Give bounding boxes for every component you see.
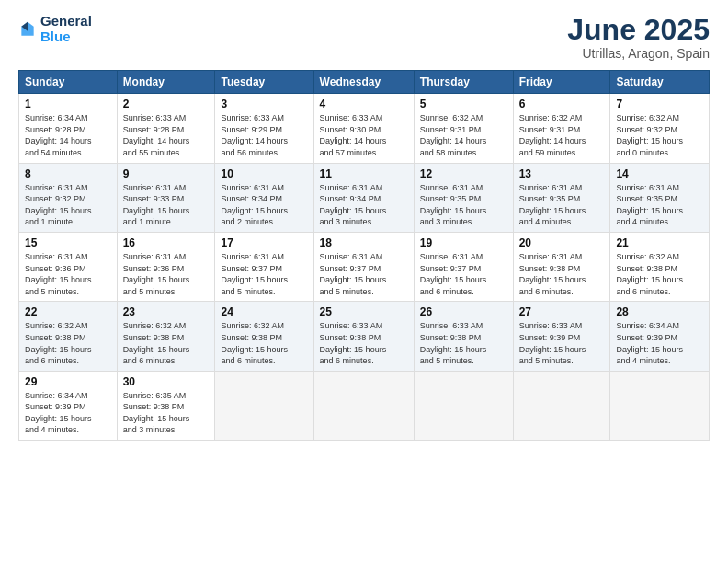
day-number: 30 xyxy=(123,375,210,388)
day-info: Sunrise: 6:34 AM Sunset: 9:28 PM Dayligh… xyxy=(25,112,111,158)
day-number: 15 xyxy=(25,236,111,249)
table-row: 18Sunrise: 6:31 AM Sunset: 9:37 PM Dayli… xyxy=(313,232,414,301)
day-info: Sunrise: 6:31 AM Sunset: 9:37 PM Dayligh… xyxy=(221,251,307,297)
day-number: 1 xyxy=(25,98,111,110)
logo-icon xyxy=(18,20,37,39)
day-number: 3 xyxy=(221,98,307,110)
table-row: 7Sunrise: 6:32 AM Sunset: 9:32 PM Daylig… xyxy=(610,94,710,163)
day-number: 20 xyxy=(519,236,605,249)
day-number: 12 xyxy=(420,167,507,180)
table-row: 3Sunrise: 6:33 AM Sunset: 9:29 PM Daylig… xyxy=(215,94,313,163)
table-row: 12Sunrise: 6:31 AM Sunset: 9:35 PM Dayli… xyxy=(414,163,513,232)
table-row xyxy=(610,371,710,440)
day-info: Sunrise: 6:31 AM Sunset: 9:36 PM Dayligh… xyxy=(123,251,210,297)
table-row: 25Sunrise: 6:33 AM Sunset: 9:38 PM Dayli… xyxy=(313,302,414,371)
day-info: Sunrise: 6:32 AM Sunset: 9:31 PM Dayligh… xyxy=(519,112,605,158)
table-row: 16Sunrise: 6:31 AM Sunset: 9:36 PM Dayli… xyxy=(117,232,215,301)
table-row: 28Sunrise: 6:34 AM Sunset: 9:39 PM Dayli… xyxy=(610,302,710,371)
day-number: 9 xyxy=(123,167,210,180)
day-number: 21 xyxy=(616,236,703,249)
day-number: 14 xyxy=(616,167,703,180)
day-info: Sunrise: 6:34 AM Sunset: 9:39 PM Dayligh… xyxy=(616,320,703,366)
calendar-week-2: 8Sunrise: 6:31 AM Sunset: 9:32 PM Daylig… xyxy=(19,163,710,232)
day-number: 5 xyxy=(420,98,507,110)
table-row: 20Sunrise: 6:31 AM Sunset: 9:38 PM Dayli… xyxy=(513,232,610,301)
page: General Blue June 2025 Utrillas, Aragon,… xyxy=(0,0,728,563)
table-row: 1Sunrise: 6:34 AM Sunset: 9:28 PM Daylig… xyxy=(19,94,118,163)
table-row: 11Sunrise: 6:31 AM Sunset: 9:34 PM Dayli… xyxy=(313,163,414,232)
calendar-table: Sunday Monday Tuesday Wednesday Thursday… xyxy=(18,70,710,441)
day-number: 6 xyxy=(519,98,605,110)
table-row: 14Sunrise: 6:31 AM Sunset: 9:35 PM Dayli… xyxy=(610,163,710,232)
day-info: Sunrise: 6:32 AM Sunset: 9:32 PM Dayligh… xyxy=(616,112,703,158)
day-number: 25 xyxy=(320,305,408,318)
day-info: Sunrise: 6:33 AM Sunset: 9:38 PM Dayligh… xyxy=(320,320,408,366)
day-info: Sunrise: 6:31 AM Sunset: 9:35 PM Dayligh… xyxy=(420,182,507,228)
logo: General Blue xyxy=(18,14,92,44)
calendar-week-5: 29Sunrise: 6:34 AM Sunset: 9:39 PM Dayli… xyxy=(19,371,710,440)
calendar-header-row: Sunday Monday Tuesday Wednesday Thursday… xyxy=(19,71,710,94)
day-info: Sunrise: 6:34 AM Sunset: 9:39 PM Dayligh… xyxy=(25,390,111,436)
table-row: 29Sunrise: 6:34 AM Sunset: 9:39 PM Dayli… xyxy=(19,371,118,440)
day-number: 28 xyxy=(616,305,703,318)
table-row: 21Sunrise: 6:32 AM Sunset: 9:38 PM Dayli… xyxy=(610,232,710,301)
header-sunday: Sunday xyxy=(19,71,118,94)
table-row xyxy=(313,371,414,440)
day-number: 11 xyxy=(320,167,408,180)
day-number: 4 xyxy=(320,98,408,110)
day-number: 13 xyxy=(519,167,605,180)
title-area: June 2025 Utrillas, Aragon, Spain xyxy=(567,14,710,61)
table-row: 17Sunrise: 6:31 AM Sunset: 9:37 PM Dayli… xyxy=(215,232,313,301)
calendar-subtitle: Utrillas, Aragon, Spain xyxy=(567,46,710,61)
table-row: 8Sunrise: 6:31 AM Sunset: 9:32 PM Daylig… xyxy=(19,163,118,232)
day-info: Sunrise: 6:31 AM Sunset: 9:34 PM Dayligh… xyxy=(221,182,307,228)
day-info: Sunrise: 6:31 AM Sunset: 9:37 PM Dayligh… xyxy=(420,251,507,297)
table-row xyxy=(513,371,610,440)
logo-text: General Blue xyxy=(40,14,92,44)
day-info: Sunrise: 6:31 AM Sunset: 9:35 PM Dayligh… xyxy=(616,182,703,228)
day-number: 8 xyxy=(25,167,111,180)
table-row: 15Sunrise: 6:31 AM Sunset: 9:36 PM Dayli… xyxy=(19,232,118,301)
day-number: 19 xyxy=(420,236,507,249)
day-number: 16 xyxy=(123,236,210,249)
day-info: Sunrise: 6:31 AM Sunset: 9:37 PM Dayligh… xyxy=(320,251,408,297)
header-tuesday: Tuesday xyxy=(215,71,313,94)
day-number: 26 xyxy=(420,305,507,318)
table-row: 19Sunrise: 6:31 AM Sunset: 9:37 PM Dayli… xyxy=(414,232,513,301)
calendar-week-1: 1Sunrise: 6:34 AM Sunset: 9:28 PM Daylig… xyxy=(19,94,710,163)
table-row: 4Sunrise: 6:33 AM Sunset: 9:30 PM Daylig… xyxy=(313,94,414,163)
table-row xyxy=(215,371,313,440)
day-number: 22 xyxy=(25,305,111,318)
day-info: Sunrise: 6:32 AM Sunset: 9:38 PM Dayligh… xyxy=(221,320,307,366)
day-info: Sunrise: 6:31 AM Sunset: 9:32 PM Dayligh… xyxy=(25,182,111,228)
day-info: Sunrise: 6:32 AM Sunset: 9:38 PM Dayligh… xyxy=(616,251,703,297)
day-number: 27 xyxy=(519,305,605,318)
table-row xyxy=(414,371,513,440)
header-monday: Monday xyxy=(117,71,215,94)
day-info: Sunrise: 6:32 AM Sunset: 9:31 PM Dayligh… xyxy=(420,112,507,158)
day-number: 23 xyxy=(123,305,210,318)
header-saturday: Saturday xyxy=(610,71,710,94)
day-number: 10 xyxy=(221,167,307,180)
day-info: Sunrise: 6:31 AM Sunset: 9:35 PM Dayligh… xyxy=(519,182,605,228)
table-row: 30Sunrise: 6:35 AM Sunset: 9:38 PM Dayli… xyxy=(117,371,215,440)
table-row: 6Sunrise: 6:32 AM Sunset: 9:31 PM Daylig… xyxy=(513,94,610,163)
day-number: 24 xyxy=(221,305,307,318)
day-info: Sunrise: 6:33 AM Sunset: 9:28 PM Dayligh… xyxy=(123,112,210,158)
day-info: Sunrise: 6:31 AM Sunset: 9:34 PM Dayligh… xyxy=(320,182,408,228)
table-row: 9Sunrise: 6:31 AM Sunset: 9:33 PM Daylig… xyxy=(117,163,215,232)
table-row: 23Sunrise: 6:32 AM Sunset: 9:38 PM Dayli… xyxy=(117,302,215,371)
calendar-week-4: 22Sunrise: 6:32 AM Sunset: 9:38 PM Dayli… xyxy=(19,302,710,371)
day-number: 29 xyxy=(25,375,111,388)
table-row: 2Sunrise: 6:33 AM Sunset: 9:28 PM Daylig… xyxy=(117,94,215,163)
header-thursday: Thursday xyxy=(414,71,513,94)
day-info: Sunrise: 6:33 AM Sunset: 9:30 PM Dayligh… xyxy=(320,112,408,158)
day-number: 2 xyxy=(123,98,210,110)
table-row: 26Sunrise: 6:33 AM Sunset: 9:38 PM Dayli… xyxy=(414,302,513,371)
table-row: 22Sunrise: 6:32 AM Sunset: 9:38 PM Dayli… xyxy=(19,302,118,371)
day-number: 18 xyxy=(320,236,408,249)
day-number: 7 xyxy=(616,98,703,110)
header-friday: Friday xyxy=(513,71,610,94)
table-row: 13Sunrise: 6:31 AM Sunset: 9:35 PM Dayli… xyxy=(513,163,610,232)
calendar-title: June 2025 xyxy=(567,14,710,46)
